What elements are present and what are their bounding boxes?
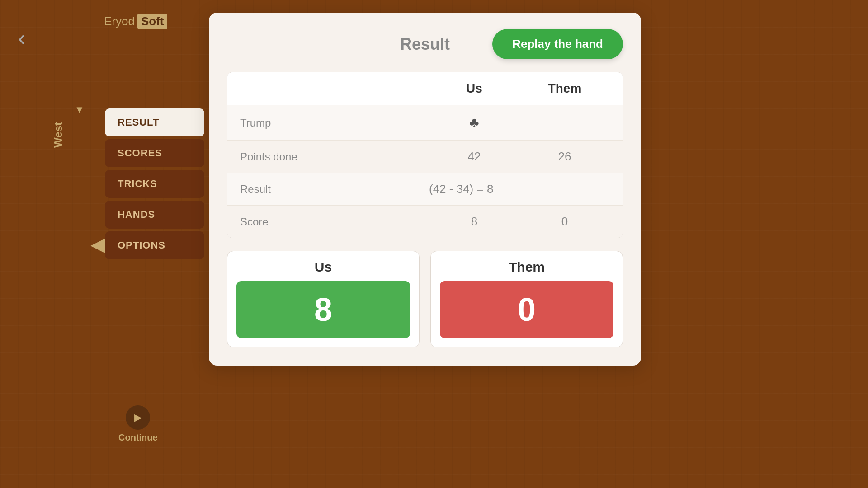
us-score-value: 8 (236, 281, 410, 338)
west-label: West (52, 122, 65, 148)
logo: Eryod Soft (104, 14, 167, 29)
us-panel-label: Us (227, 251, 419, 281)
arrow-left-icon[interactable]: ◀ (90, 233, 105, 255)
sidebar-item-scores[interactable]: SCORES (105, 139, 204, 167)
col-header-them: Them (519, 81, 610, 96)
score-them-value: 0 (519, 215, 610, 229)
play-icon: ▶ (126, 405, 150, 430)
trump-us-value: ♣ (429, 114, 519, 131)
col-label-empty (240, 81, 429, 96)
result-modal: Result Replay the hand Us Them Trump ♣ P… (209, 13, 641, 366)
table-row-trump: Trump ♣ (227, 105, 623, 141)
points-label: Points done (240, 150, 429, 163)
replay-button[interactable]: Replay the hand (492, 29, 623, 59)
table-row-result: Result (42 - 34) = 8 (227, 173, 623, 206)
result-label: Result (240, 183, 429, 196)
modal-header: Result Replay the hand (227, 29, 623, 59)
them-score-value: 0 (440, 281, 613, 338)
points-them-value: 26 (519, 150, 610, 164)
score-us-value: 8 (429, 215, 519, 229)
modal-title: Result (359, 35, 491, 54)
score-label: Score (240, 216, 429, 228)
score-panel-them: Them 0 (430, 251, 623, 347)
dropdown-arrow-icon[interactable]: ▼ (75, 104, 85, 116)
score-panels: Us 8 Them 0 (227, 251, 623, 347)
table-row-score: Score 8 0 (227, 206, 623, 238)
sidebar: RESULT SCORES TRICKS HANDS OPTIONS (105, 108, 204, 259)
points-us-value: 42 (429, 150, 519, 164)
continue-button[interactable]: ▶ Continue (118, 405, 158, 443)
sidebar-item-hands[interactable]: HANDS (105, 201, 204, 229)
table-row-points: Points done 42 26 (227, 141, 623, 173)
score-panel-us: Us 8 (227, 251, 420, 347)
trump-label: Trump (240, 117, 429, 129)
logo-highlight: Soft (137, 14, 168, 29)
sidebar-item-result[interactable]: RESULT (105, 108, 204, 136)
result-us-value: (42 - 34) = 8 (429, 182, 610, 196)
back-button[interactable]: ‹ (18, 27, 25, 49)
col-header-us: Us (429, 81, 519, 96)
them-panel-label: Them (431, 251, 623, 281)
logo-name: Eryod (104, 14, 135, 28)
continue-label: Continue (118, 432, 158, 443)
table-header-row: Us Them (227, 72, 623, 105)
sidebar-item-options[interactable]: OPTIONS (105, 231, 204, 259)
result-table: Us Them Trump ♣ Points done 42 26 Result… (227, 72, 623, 238)
sidebar-item-tricks[interactable]: TRICKS (105, 170, 204, 198)
